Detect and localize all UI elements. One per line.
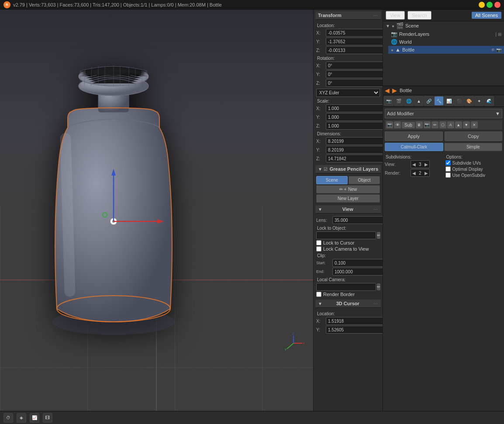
scene-collapse-icon: ▼ xyxy=(386,24,390,28)
loc-z-input[interactable] xyxy=(326,46,383,54)
tree-item-bottle[interactable]: ● ▲ Bottle 👁 📷 xyxy=(388,46,504,54)
prop-data-btn[interactable]: 📊 xyxy=(444,96,454,106)
mod-icon-edit[interactable]: ✏ xyxy=(432,121,438,128)
new-button[interactable]: ✏ + New xyxy=(316,185,380,193)
bottle-vis-toggle[interactable]: 👁 xyxy=(491,48,495,52)
clip-end-input[interactable] xyxy=(332,268,383,276)
mod-icon-camera[interactable]: 📷 xyxy=(386,121,393,128)
dim-y-input[interactable] xyxy=(326,146,383,154)
scale-x-input[interactable] xyxy=(326,104,383,112)
mod-icon-close[interactable]: ✕ xyxy=(471,121,478,128)
lens-input[interactable] xyxy=(332,216,383,224)
lock-object-pick-btn[interactable]: ✏ xyxy=(377,232,380,239)
lock-cursor-checkbox[interactable] xyxy=(316,240,321,245)
dim-z-input[interactable] xyxy=(326,155,383,162)
rot-y-input[interactable] xyxy=(326,70,383,78)
render-subdiv-inc-btn[interactable]: ▶ xyxy=(423,169,429,176)
transform-section-header[interactable]: Transform ··· xyxy=(315,11,381,20)
rotation-mode-select[interactable]: XYZ Euler xyxy=(316,89,380,97)
render-border-checkbox[interactable] xyxy=(316,292,321,297)
prop-render-btn[interactable]: 📷 xyxy=(384,96,394,106)
mod-icon-render[interactable]: 📷 xyxy=(424,121,431,128)
mod-icon-realtime[interactable]: 🖥 xyxy=(416,121,423,128)
mod-icon-cage[interactable]: ⬡ xyxy=(439,121,446,128)
tree-item-renderlayers[interactable]: 📷 RenderLayers | ⊞ xyxy=(388,30,504,38)
all-scenes-btn[interactable]: All Scenes xyxy=(472,12,501,19)
subdivide-uvs-checkbox[interactable] xyxy=(445,160,451,165)
mod-icon-arrow-up[interactable]: ▲ xyxy=(455,121,462,128)
grease-pencil-title: Grease Pencil Layers xyxy=(330,166,378,172)
loc-z-row: Z: ⬛ xyxy=(316,46,380,54)
catmull-clark-tab[interactable]: Catmull-Clark xyxy=(385,143,443,151)
prop-scene-btn[interactable]: 🎬 xyxy=(394,96,404,106)
loc-y-input[interactable] xyxy=(326,38,383,45)
viewport-3d[interactable]: Object Mode xyxy=(0,10,313,411)
scene-object-row: Scene Object xyxy=(316,176,380,184)
prop-object-btn[interactable]: ▲ xyxy=(414,96,424,106)
tree-item-world[interactable]: 🌐 World xyxy=(388,38,504,46)
view-section-header[interactable]: ▼ View ··· xyxy=(315,205,381,214)
prop-texture-btn[interactable]: 🎨 xyxy=(464,96,474,106)
grease-pencil-header[interactable]: ▼ ☑ Grease Pencil Layers xyxy=(315,165,381,173)
breadcrumb-object: Bottle xyxy=(400,88,412,93)
cursor-y-input[interactable] xyxy=(326,326,383,334)
apply-button[interactable]: Apply xyxy=(385,131,443,141)
optimal-display-checkbox[interactable] xyxy=(445,166,451,172)
scale-y-input[interactable] xyxy=(326,113,383,121)
view-subdiv-inc-btn[interactable]: ▶ xyxy=(423,161,429,168)
use-opensubdiv-checkbox[interactable] xyxy=(445,172,451,178)
search-tab[interactable]: Search xyxy=(407,11,432,20)
add-modifier-btn[interactable]: Add Modifier ▼ xyxy=(385,109,502,118)
scene-button[interactable]: Scene xyxy=(316,176,348,184)
dim-x-input[interactable] xyxy=(326,137,383,145)
rot-x-input[interactable] xyxy=(326,62,383,69)
rot-z-input[interactable] xyxy=(326,79,383,87)
graph-editor-btn[interactable]: 📈 xyxy=(30,413,39,423)
view-tab[interactable]: View xyxy=(386,11,405,20)
nav-arrow-left[interactable]: ◀ xyxy=(385,87,390,94)
dim-x-row: X: ⬛ xyxy=(316,137,380,145)
copy-button[interactable]: Copy xyxy=(445,131,503,141)
loc-x-input[interactable] xyxy=(326,29,383,37)
close-button[interactable] xyxy=(494,2,501,8)
mod-icon-sub: Sub xyxy=(402,122,415,128)
bottle-render-toggle[interactable]: 📷 xyxy=(496,48,501,52)
prop-physics-btn[interactable]: 🌊 xyxy=(484,96,494,106)
scale-z-input[interactable] xyxy=(326,122,383,130)
prop-constraint-btn[interactable]: 🔗 xyxy=(424,96,434,106)
titlebar-controls[interactable] xyxy=(479,2,501,8)
mod-icon-eye[interactable]: 👁 xyxy=(394,121,401,128)
cursor-section-header[interactable]: ▼ 3D Cursor ··· xyxy=(315,300,381,308)
cursor-x-input[interactable] xyxy=(326,317,383,325)
lock-camera-checkbox[interactable] xyxy=(316,246,321,252)
object-button[interactable]: Object xyxy=(349,176,380,184)
local-camera-input[interactable] xyxy=(316,283,376,291)
view-subdiv-dec-btn[interactable]: ◀ xyxy=(411,161,417,168)
maximize-button[interactable] xyxy=(487,2,493,8)
timeline-btn[interactable]: ⏱ xyxy=(3,413,13,423)
simple-tab[interactable]: Simple xyxy=(444,143,503,151)
render-subdiv-val: 2 xyxy=(417,171,423,176)
clip-start-input[interactable] xyxy=(332,259,383,267)
nav-arrow-right[interactable]: ▶ xyxy=(392,87,397,94)
minimize-button[interactable] xyxy=(479,2,485,8)
prop-material-btn[interactable]: ⚫ xyxy=(454,96,464,106)
prop-world-btn[interactable]: 🌐 xyxy=(404,96,414,106)
modifier-panel: Add Modifier ▼ 📷 👁 Sub 🖥 📷 ✏ ⬡ A ▲ ▼ ✕ xyxy=(383,107,504,411)
prop-modifier-btn[interactable]: 🔧 xyxy=(434,96,444,106)
lock-object-input[interactable] xyxy=(316,231,376,239)
new-layer-button[interactable]: New Layer xyxy=(316,194,380,203)
render-subdiv-dec-btn[interactable]: ◀ xyxy=(411,169,417,176)
svg-text:Y: Y xyxy=(284,348,287,352)
mod-icon-arrow-down[interactable]: ▼ xyxy=(463,121,470,128)
options-label: Options: xyxy=(446,155,502,159)
nla-editor-btn[interactable]: 🎞 xyxy=(43,413,52,423)
tree-item-scene[interactable]: ▼ ● 🎬 Scene xyxy=(383,21,504,30)
prop-particles-btn[interactable]: ✦ xyxy=(474,96,484,106)
mod-icon-a[interactable]: A xyxy=(447,121,454,128)
rot-y-label: Y: xyxy=(316,72,325,77)
local-camera-pick-btn[interactable]: ✏ xyxy=(377,283,380,290)
new-label: New xyxy=(348,187,357,192)
dopesheet-btn[interactable]: ◈ xyxy=(17,413,26,423)
render-border-label: Render Border xyxy=(323,292,355,297)
